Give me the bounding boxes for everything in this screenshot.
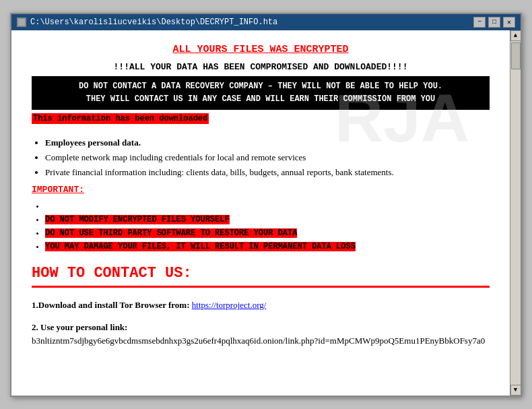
black-block: DO NOT CONTACT A DATA RECOVERY COMPANY –… — [32, 76, 490, 110]
info-item-3: Private financial information including:… — [45, 167, 490, 178]
step2-label: 2. Use your personal link: — [32, 322, 127, 332]
scroll-up-button[interactable]: ▲ — [510, 30, 521, 41]
important-label: IMPORTANT: — [32, 185, 490, 195]
downloaded-label-wrapper: This information has been downloaded — [32, 113, 490, 131]
scrollbar-container: RJA ALL YOURS FILES WAS ENCRYPTED !!!ALL… — [11, 30, 521, 396]
content-area: RJA ALL YOURS FILES WAS ENCRYPTED !!!ALL… — [11, 30, 510, 396]
warning-item-2: DO NOT USE THIRD PARTY SOFTWARE TO RESTO… — [45, 228, 490, 238]
info-item-2: Complete network map including credentia… — [45, 152, 490, 163]
svg-rect-1 — [18, 19, 25, 26]
scroll-down-button[interactable]: ▼ — [510, 385, 521, 396]
personal-link-value: b3nltizntm7sdjbgy6e6gvbcdmsmsebdnhxp3gs2… — [32, 336, 485, 346]
warning-item-3: YOU MAY DAMAGE YOUR FILES, IT WILL RESUL… — [45, 242, 490, 251]
black-block-line2: THEY WILL CONTACT US IN ANY CASE AND WIL… — [86, 94, 435, 104]
step1-prefix: 1.Download and install Tor Browser from: — [32, 300, 192, 310]
maximize-button[interactable]: □ — [488, 17, 500, 28]
step2-text: 2. Use your personal link: b3nltizntm7sd… — [32, 321, 490, 349]
black-block-line1: DO NOT CONTACT A DATA RECOVERY COMPANY –… — [79, 82, 442, 91]
downloaded-label: This information has been downloaded — [32, 113, 209, 124]
warning-item-empty — [45, 201, 490, 211]
scrollbar: ▲ ▼ — [510, 30, 521, 396]
bold-compromised-line: !!!ALL YOUR DATA HAS BEEN COMPROMISED AN… — [32, 62, 490, 72]
contact-title: HOW TO CONTACT US: — [32, 265, 490, 288]
step1-text: 1.Download and install Tor Browser from:… — [32, 298, 490, 313]
window-icon — [17, 18, 26, 27]
titlebar: C:\Users\karolisliucveikis\Desktop\DECRY… — [11, 14, 521, 30]
info-item-1: Employees personal data. — [45, 137, 490, 148]
close-button[interactable]: ✕ — [503, 17, 515, 28]
tor-link[interactable]: https://torproject.org/ — [192, 300, 267, 310]
window-title: C:\Users\karolisliucveikis\Desktop\DECRY… — [30, 18, 277, 27]
minimize-button[interactable]: − — [473, 17, 486, 28]
scroll-thumb[interactable] — [511, 42, 521, 69]
warning-list: DO NOT MODIFY ENCRYPTED FILES YOURSELF D… — [45, 201, 490, 251]
main-window: C:\Users\karolisliucveikis\Desktop\DECRY… — [10, 13, 522, 397]
titlebar-buttons: − □ ✕ — [473, 17, 515, 28]
info-list: Employees personal data. Complete networ… — [45, 137, 490, 178]
titlebar-left: C:\Users\karolisliucveikis\Desktop\DECRY… — [17, 18, 277, 27]
main-title: ALL YOURS FILES WAS ENCRYPTED — [32, 44, 490, 55]
warning-item-1: DO NOT MODIFY ENCRYPTED FILES YOURSELF — [45, 215, 490, 224]
